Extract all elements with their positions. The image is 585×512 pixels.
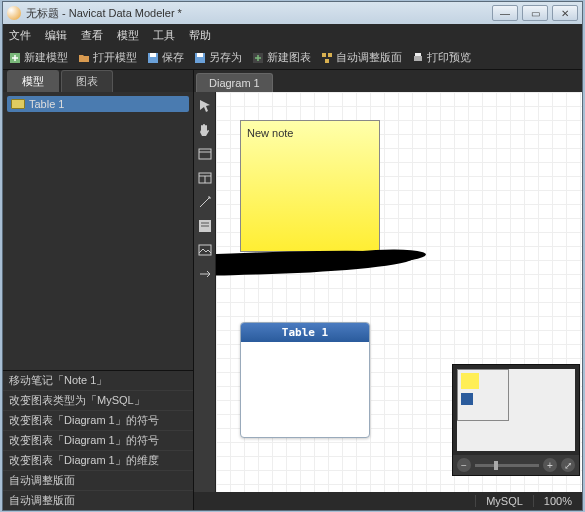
svg-rect-11 [199,149,211,159]
history-panel[interactable]: 移动笔记「Note 1」 改变图表类型为「MySQL」 改变图表「Diagram… [3,370,193,510]
maximize-button[interactable]: ▭ [522,5,548,21]
svg-rect-6 [322,53,326,57]
vertical-toolbar [194,92,216,492]
statusbar: MySQL 100% [194,492,582,510]
pointer-tool-icon[interactable] [197,98,213,114]
menu-tools[interactable]: 工具 [153,28,175,43]
new-model-button[interactable]: 新建模型 [9,50,68,65]
image-tool-icon[interactable] [197,242,213,258]
menu-model[interactable]: 模型 [117,28,139,43]
model-tree[interactable]: Table 1 [3,92,193,370]
close-button[interactable]: ✕ [552,5,578,21]
app-icon [7,6,21,20]
minimap-panel[interactable]: − + ⤢ [452,364,580,476]
zoom-in-button[interactable]: + [543,458,557,472]
tab-diagram-1[interactable]: Diagram 1 [196,73,273,92]
left-tabs: 模型 图表 [3,70,193,92]
zoom-fit-button[interactable]: ⤢ [561,458,575,472]
window-title: 无标题 - Navicat Data Modeler * [26,6,182,21]
relation-tool-icon[interactable] [197,194,213,210]
history-item[interactable]: 改变图表「Diagram 1」的符号 [3,411,193,431]
auto-layout-button[interactable]: 自动调整版面 [321,50,402,65]
minimap-view[interactable] [457,369,575,451]
history-item[interactable]: 自动调整版面 [3,491,193,510]
print-preview-button[interactable]: 打印预览 [412,50,471,65]
svg-rect-4 [197,53,203,57]
status-zoom: 100% [533,495,582,507]
titlebar: 无标题 - Navicat Data Modeler * — ▭ ✕ [3,2,582,24]
connector-tool-icon[interactable] [197,266,213,282]
minimize-button[interactable]: — [492,5,518,21]
menu-file[interactable]: 文件 [9,28,31,43]
svg-rect-8 [325,59,329,63]
menu-help[interactable]: 帮助 [189,28,211,43]
svg-rect-7 [328,53,332,57]
diagram-tabs: Diagram 1 [194,70,582,92]
minimap-controls: − + ⤢ [453,455,579,475]
note-text: New note [247,127,293,139]
hand-tool-icon[interactable] [197,122,213,138]
zoom-slider[interactable] [475,464,539,467]
view-tool-icon[interactable] [197,170,213,186]
menu-edit[interactable]: 编辑 [45,28,67,43]
save-as-button[interactable]: 另存为 [194,50,242,65]
history-item[interactable]: 自动调整版面 [3,471,193,491]
note-tool-icon[interactable] [197,218,213,234]
history-item[interactable]: 改变图表类型为「MySQL」 [3,391,193,411]
toolbar: 新建模型 打开模型 保存 另存为 新建图表 自动调整版面 打印预览 [3,46,582,70]
open-model-button[interactable]: 打开模型 [78,50,137,65]
menu-view[interactable]: 查看 [81,28,103,43]
svg-rect-19 [199,245,211,255]
svg-rect-9 [414,56,422,61]
svg-rect-2 [150,53,156,57]
table-tool-icon[interactable] [197,146,213,162]
history-item[interactable]: 改变图表「Diagram 1」的符号 [3,431,193,451]
new-diagram-button[interactable]: 新建图表 [252,50,311,65]
tree-item-label: Table 1 [29,98,64,110]
diagram-canvas[interactable]: New note Table 1 − [216,92,582,492]
save-button[interactable]: 保存 [147,50,184,65]
tab-diagram[interactable]: 图表 [61,70,113,92]
table-icon [11,99,25,109]
minimap-viewport[interactable] [457,369,509,421]
tree-item-table1[interactable]: Table 1 [7,96,189,112]
tab-model[interactable]: 模型 [7,70,59,92]
history-item[interactable]: 改变图表「Diagram 1」的维度 [3,451,193,471]
table-object-header: Table 1 [241,323,369,342]
svg-rect-10 [415,53,421,56]
table-object[interactable]: Table 1 [240,322,370,438]
status-db: MySQL [475,495,533,507]
note-object[interactable]: New note [240,120,380,252]
history-item[interactable]: 移动笔记「Note 1」 [3,371,193,391]
zoom-out-button[interactable]: − [457,458,471,472]
menubar: 文件 编辑 查看 模型 工具 帮助 [3,24,582,46]
